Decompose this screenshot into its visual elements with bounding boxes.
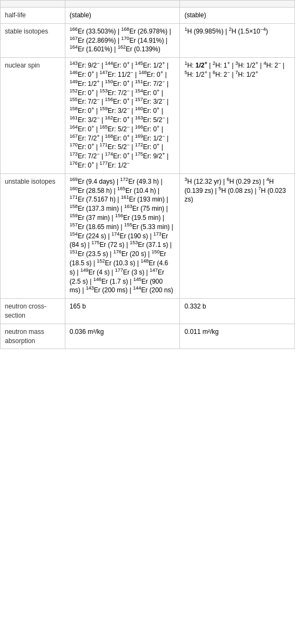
hydrogen-cell-4: 0.332 b [180,299,295,324]
row-label-5: neutron mass absorption [1,324,65,349]
erbium-cell-0: (stable) [65,8,180,24]
header-hydrogen [180,1,295,8]
row-label-1: stable isotopes [1,23,65,57]
erbium-cell-1: 166Er (33.503%) | 168Er (26.978%) | 167E… [65,23,180,57]
erbium-cell-3: 169Er (9.4 days) | 172Er (49.3 h) | 160E… [65,173,180,298]
row-label-3: unstable isotopes [1,173,65,298]
hydrogen-cell-0: (stable) [180,8,295,24]
hydrogen-cell-3: 3H (12.32 yr) | 6H (0.29 zs) | 4H (0.139… [180,173,295,298]
erbium-cell-5: 0.036 m²/kg [65,324,180,349]
row-label-2: nuclear spin [1,58,65,174]
row-label-0: half-life [1,8,65,24]
hydrogen-cell-2: 1H: 1/2+ | 2H: 1+ | 3H: 1/2+ | 4H: 2− | … [180,58,295,174]
header-empty [1,1,65,8]
hydrogen-cell-5: 0.011 m²/kg [180,324,295,349]
row-label-4: neutron cross-section [1,299,65,324]
erbium-cell-2: 143Er: 9/2− | 144Er: 0+ | 145Er: 1/2+ | … [65,58,180,174]
header-erbium [65,1,180,8]
hydrogen-cell-1: 1H (99.985%) | 2H (1.5×10−4) [180,23,295,57]
erbium-cell-4: 165 b [65,299,180,324]
